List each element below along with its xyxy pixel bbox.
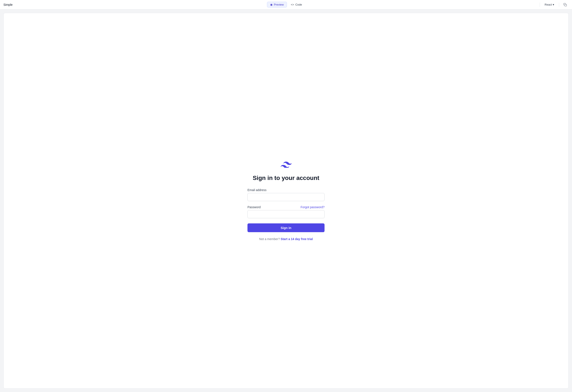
- code-button[interactable]: <> Code: [288, 2, 305, 7]
- password-field-group: Password Forgot password?: [247, 205, 325, 218]
- copy-icon: [563, 3, 567, 6]
- code-label: Code: [295, 3, 302, 6]
- password-label-row: Password Forgot password?: [247, 205, 325, 209]
- password-label: Password: [247, 205, 260, 209]
- svg-rect-0: [565, 4, 567, 6]
- email-input[interactable]: [247, 193, 325, 201]
- email-field-group: Email address: [247, 188, 325, 201]
- toolbar-left: Simple: [3, 3, 13, 6]
- toolbar-divider-2: [559, 2, 559, 7]
- preview-area: Sign in to your account Email address Pa…: [3, 13, 569, 389]
- signup-text: Not a member? Start a 14 day free trial: [247, 237, 325, 241]
- email-label: Email address: [247, 188, 267, 192]
- signin-container: Sign in to your account Email address Pa…: [243, 152, 329, 249]
- framework-selector[interactable]: React ▾: [542, 2, 556, 7]
- sign-in-button[interactable]: Sign in: [247, 223, 325, 232]
- tailwind-logo: [280, 161, 292, 168]
- preview-button[interactable]: ◉ Preview: [267, 2, 287, 7]
- preview-icon: ◉: [270, 3, 272, 6]
- preview-label: Preview: [274, 3, 284, 6]
- framework-label: React: [545, 3, 552, 6]
- password-input[interactable]: [247, 210, 325, 218]
- toolbar-center: ◉ Preview <> Code: [267, 2, 305, 7]
- toolbar-right: React ▾: [540, 1, 569, 8]
- chevron-down-icon: ▾: [553, 3, 554, 6]
- copy-button[interactable]: [562, 1, 569, 8]
- signin-form: Email address Password Forgot password? …: [247, 188, 325, 241]
- app-title: Simple: [3, 3, 13, 6]
- code-icon: <>: [291, 3, 294, 6]
- free-trial-link[interactable]: Start a 14 day free trial: [281, 237, 313, 241]
- toolbar-divider: [540, 2, 540, 7]
- signin-title: Sign in to your account: [253, 175, 319, 181]
- email-label-row: Email address: [247, 188, 325, 192]
- forgot-password-link[interactable]: Forgot password?: [301, 205, 325, 209]
- not-member-text: Not a member?: [259, 237, 280, 241]
- toolbar: Simple ◉ Preview <> Code React ▾: [0, 0, 572, 9]
- logo: [280, 161, 292, 169]
